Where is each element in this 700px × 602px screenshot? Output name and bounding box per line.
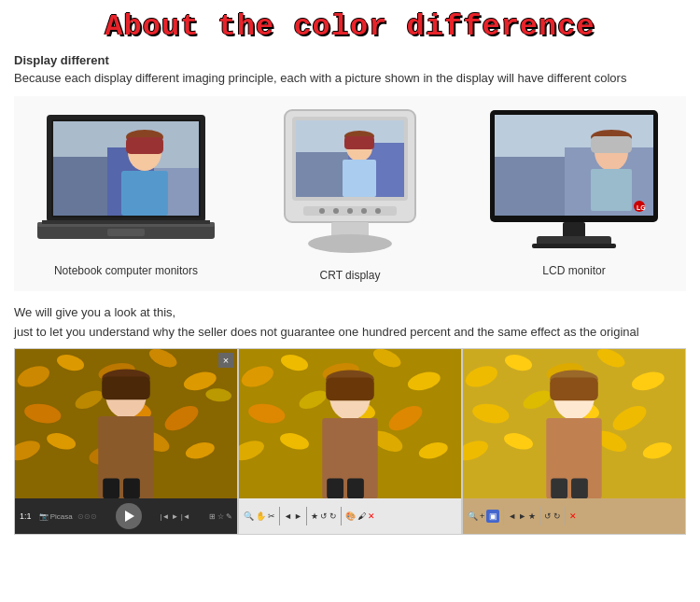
toolbar-icon-move: ✋: [256, 511, 266, 521]
toolbar-icon-search: 🔍: [244, 511, 254, 521]
svg-rect-88: [326, 377, 374, 400]
photo-panel-2: 🔍 ✋ ✂ ◄ ► ★ ↺ ↻ 🎨 🖌 ✕: [238, 348, 462, 535]
title-section: About the color difference: [14, 9, 686, 44]
toolbar-icon-next[interactable]: ►: [294, 511, 302, 521]
photo-panel-3: 🔍 + ▣ ◄ ► ★ ↺ ↻ ✕: [462, 348, 686, 535]
svg-rect-67: [102, 376, 150, 399]
svg-point-29: [347, 208, 353, 214]
toolbar-icon-color2: 🖌: [357, 511, 366, 521]
svg-rect-23: [343, 160, 376, 197]
svg-point-33: [308, 234, 392, 253]
toolbar-tan-next[interactable]: ►: [518, 511, 526, 521]
svg-rect-25: [344, 136, 374, 149]
toolbar-text-1: 1:1: [20, 511, 32, 521]
picasa-label-1: 📷 Picasa: [39, 512, 73, 521]
look-section: We will give you a look at this, just to…: [14, 305, 686, 339]
crt-svg: [275, 105, 425, 255]
toolbar-icon-rotate-r: ↻: [329, 511, 337, 521]
text-section: Display different Because each display d…: [14, 53, 686, 85]
close-button-1[interactable]: ×: [218, 353, 233, 368]
svg-rect-40: [591, 169, 632, 211]
notebook-frame: [33, 105, 219, 253]
svg-rect-68: [103, 479, 119, 498]
page-title: About the color difference: [105, 9, 595, 44]
toolbar-tan-x[interactable]: ✕: [569, 511, 577, 521]
photos-row: × 1:1 📷 Picasa ⊙⊙⊙ |◄ ► |◄ ⊞ ☆ ✎: [14, 348, 686, 535]
leaves-bg-3: [463, 349, 685, 498]
look-text: We will give you a look at this,: [14, 305, 686, 319]
toolbar-1: 1:1 📷 Picasa ⊙⊙⊙ |◄ ► |◄ ⊞ ☆ ✎: [15, 498, 237, 534]
monitor-item-notebook: Notebook computer monitors: [23, 105, 229, 277]
monitor-item-lcd: LG LCD monitor: [471, 105, 677, 277]
toolbar-controls-1: |◄ ► |◄: [160, 512, 189, 521]
svg-rect-37: [495, 157, 569, 216]
toolbar-tan-search: 🔍: [468, 511, 478, 521]
notebook-svg: [33, 105, 219, 250]
svg-rect-69: [123, 479, 140, 498]
leaves-bg-1: [15, 349, 237, 498]
toolbar-3: 🔍 + ▣ ◄ ► ★ ↺ ↻ ✕: [463, 498, 685, 534]
photo-panel-1: × 1:1 📷 Picasa ⊙⊙⊙ |◄ ► |◄ ⊞ ☆ ✎: [14, 348, 238, 535]
toolbar-icon-color1: 🎨: [345, 511, 356, 521]
toolbar-2: 🔍 ✋ ✂ ◄ ► ★ ↺ ↻ 🎨 🖌 ✕: [239, 498, 461, 534]
svg-rect-10: [126, 137, 163, 154]
svg-point-31: [375, 208, 381, 214]
svg-rect-89: [327, 479, 343, 498]
svg-rect-110: [551, 479, 567, 498]
svg-rect-90: [347, 479, 364, 498]
toolbar-icon-x[interactable]: ✕: [368, 511, 375, 521]
seller-text: just to let you understand why the selle…: [14, 325, 686, 339]
toolbar-extra-1: ⊞ ☆ ✎: [209, 512, 232, 521]
toolbar-info-1: ⊙⊙⊙: [77, 512, 97, 521]
play-button-1[interactable]: [116, 503, 142, 529]
toolbar-tan-prev[interactable]: ◄: [508, 511, 516, 521]
svg-rect-111: [571, 479, 588, 498]
crt-label: CRT display: [320, 269, 381, 282]
svg-rect-7: [121, 171, 168, 216]
toolbar-tan-rotate-l: ↺: [544, 511, 552, 521]
notebook-label: Notebook computer monitors: [54, 264, 198, 277]
toolbar-icon-rotate-l: ↺: [320, 511, 328, 521]
lcd-frame: LG: [481, 105, 667, 253]
toolbar-icon-crop: ✂: [268, 511, 275, 521]
toolbar-icon-prev[interactable]: ◄: [284, 511, 292, 521]
svg-rect-42: [591, 136, 632, 153]
svg-point-28: [333, 208, 339, 214]
monitor-item-crt: CRT display: [247, 105, 453, 282]
toolbar-icon-star: ★: [311, 511, 318, 521]
page-container: About the color difference Display diffe…: [0, 0, 700, 544]
svg-rect-13: [107, 229, 145, 236]
svg-rect-14: [42, 220, 210, 224]
toolbar-tan-rotate-r: ↻: [553, 511, 561, 521]
toolbar-tan-plus: +: [480, 511, 484, 521]
crt-frame: [275, 105, 425, 258]
leaves-bg-2: [239, 349, 461, 498]
svg-text:LG: LG: [637, 204, 646, 211]
toolbar-tan-star: ★: [528, 511, 536, 521]
play-icon-1: [125, 511, 134, 522]
lcd-label: LCD monitor: [542, 264, 605, 277]
svg-rect-47: [532, 244, 616, 248]
svg-rect-4: [53, 157, 109, 216]
subtitle-text: Because each display different imaging p…: [14, 71, 686, 85]
svg-point-30: [361, 208, 367, 214]
svg-point-27: [319, 208, 325, 214]
display-different-label: Display different: [14, 53, 686, 67]
toolbar-tan-icon-blue: ▣: [486, 510, 499, 523]
lcd-svg: LG: [481, 105, 667, 250]
monitors-row: Notebook computer monitors: [14, 96, 686, 291]
svg-rect-109: [550, 377, 598, 400]
